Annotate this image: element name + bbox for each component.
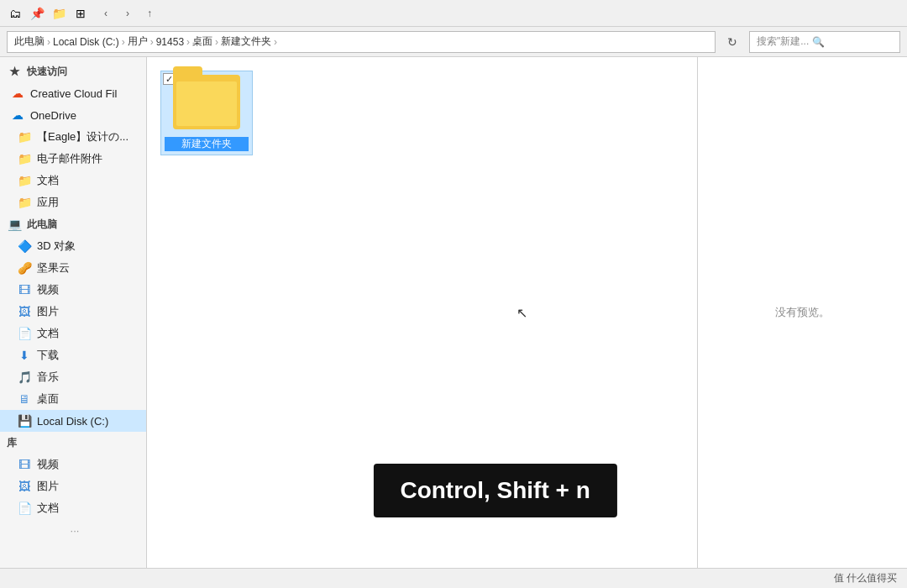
- sidebar: ★ 快速访问 ☁ Creative Cloud Fil ☁ OneDrive 📁…: [0, 57, 147, 568]
- breadcrumb-sep-2: ›: [122, 36, 125, 48]
- videos-icon: 🎞: [17, 282, 32, 297]
- sidebar-item-videos[interactable]: 🎞 视频: [0, 279, 146, 301]
- sidebar-item-onedrive[interactable]: ☁ OneDrive: [0, 104, 146, 126]
- sidebar-more-indicator: ···: [0, 519, 146, 541]
- folder-icon-email: 📁: [17, 151, 32, 166]
- computer-icon: 💻: [7, 217, 22, 232]
- search-bar[interactable]: 搜索"新建... 🔍: [749, 31, 900, 53]
- main-container: ★ 快速访问 ☁ Creative Cloud Fil ☁ OneDrive 📁…: [0, 57, 907, 568]
- folder-icon-apps: 📁: [17, 195, 32, 210]
- titlebar-toolbar: 🗂 📌 📁 ⊞: [7, 5, 89, 22]
- nav-up-button[interactable]: ↑: [139, 3, 160, 24]
- lib-pictures-icon: 🖼: [17, 479, 32, 494]
- search-icon: 🔍: [812, 36, 825, 48]
- toolbar-icon-4[interactable]: ⊞: [72, 5, 89, 22]
- sidebar-item-documents2[interactable]: 📄 文档: [0, 323, 146, 344]
- sidebar-item-pictures[interactable]: 🖼 图片: [0, 301, 146, 323]
- folder-name: 新建文件夹: [165, 137, 249, 151]
- toolbar-icon-1[interactable]: 🗂: [7, 5, 24, 22]
- folder-icon-docs: 📁: [17, 173, 32, 188]
- lib-videos-icon: 🎞: [17, 457, 32, 472]
- sidebar-item-downloads[interactable]: ⬇ 下载: [0, 344, 146, 366]
- nav-buttons: ‹ › ↑: [96, 3, 160, 24]
- breadcrumb-item: 新建文件夹: [221, 34, 271, 49]
- star-icon: ★: [7, 64, 22, 79]
- sidebar-item-email-attachments[interactable]: 📁 电子邮件附件: [0, 148, 146, 170]
- folder-shape: [173, 75, 240, 129]
- breadcrumb-item: 91453: [156, 36, 184, 48]
- breadcrumb-sep-1: ›: [47, 36, 50, 48]
- watermark-text: 值 什么值得买: [834, 571, 897, 585]
- shortcut-text: Control, Shift + n: [400, 477, 590, 503]
- breadcrumb-sep-6: ›: [274, 36, 277, 48]
- folder-item-new[interactable]: ✓ 新建文件夹: [160, 71, 253, 155]
- breadcrumb-item: 用户: [128, 34, 148, 49]
- breadcrumb-item: Local Disk (C:): [53, 36, 119, 48]
- creative-cloud-icon: ☁: [10, 86, 25, 101]
- folder-icon-large: [173, 75, 240, 134]
- breadcrumb-item: 此电脑: [14, 34, 45, 49]
- sidebar-item-lib-documents[interactable]: 📄 文档: [0, 497, 146, 519]
- sidebar-item-creative-cloud[interactable]: ☁ Creative Cloud Fil: [0, 82, 146, 104]
- breadcrumb[interactable]: 此电脑 › Local Disk (C:) › 用户 › 91453 › 桌面 …: [7, 31, 716, 53]
- mouse-cursor: ↖: [516, 305, 527, 321]
- local-disk-icon: 💾: [17, 413, 32, 428]
- breadcrumb-item: 桌面: [192, 34, 212, 49]
- sidebar-item-music[interactable]: 🎵 音乐: [0, 366, 146, 388]
- breadcrumb-sep-5: ›: [215, 36, 218, 48]
- sidebar-item-jianguoyun[interactable]: 🥜 坚果云: [0, 257, 146, 279]
- shortcut-overlay: Control, Shift + n: [373, 464, 616, 517]
- addressbar: 此电脑 › Local Disk (C:) › 用户 › 91453 › 桌面 …: [0, 27, 907, 57]
- 3d-icon: 🔷: [17, 239, 32, 254]
- onedrive-icon: ☁: [10, 108, 25, 123]
- titlebar: 🗂 📌 📁 ⊞ ‹ › ↑: [0, 0, 907, 27]
- refresh-button[interactable]: ↻: [722, 32, 742, 52]
- sidebar-item-local-disk-c[interactable]: 💾 Local Disk (C:): [0, 410, 146, 432]
- sidebar-section-quick-access: ★ 快速访问: [0, 60, 146, 82]
- lib-documents-icon: 📄: [17, 501, 32, 516]
- sidebar-section-this-pc: 💻 此电脑: [0, 213, 146, 235]
- nav-forward-button[interactable]: ›: [118, 3, 138, 24]
- folder-shape-inner: [176, 81, 237, 126]
- music-icon: 🎵: [17, 370, 32, 385]
- folder-icon-eagle: 📁: [17, 129, 32, 144]
- sidebar-item-apps[interactable]: 📁 应用: [0, 192, 146, 213]
- documents-icon: 📄: [17, 326, 32, 341]
- sidebar-item-eagle[interactable]: 📁 【Eagle】设计の...: [0, 126, 146, 148]
- desktop-icon: 🖥: [17, 391, 32, 407]
- sidebar-item-3d-objects[interactable]: 🔷 3D 对象: [0, 235, 146, 257]
- downloads-icon: ⬇: [17, 348, 32, 363]
- breadcrumb-sep-4: ›: [186, 36, 190, 48]
- sidebar-item-desktop[interactable]: 🖥 桌面: [0, 388, 146, 410]
- sidebar-section-libraries: 库: [0, 432, 146, 454]
- sidebar-item-lib-videos[interactable]: 🎞 视频: [0, 454, 146, 475]
- sidebar-wrapper: ★ 快速访问 ☁ Creative Cloud Fil ☁ OneDrive 📁…: [0, 57, 147, 568]
- content-area[interactable]: ✓ 新建文件夹 ↖ Control, Shift + n: [147, 57, 697, 568]
- search-placeholder-text: 搜索"新建...: [757, 34, 809, 49]
- sidebar-item-documents[interactable]: 📁 文档: [0, 170, 146, 192]
- statusbar: 值 什么值得买: [0, 568, 907, 588]
- sidebar-item-lib-pictures[interactable]: 🖼 图片: [0, 475, 146, 497]
- toolbar-icon-3[interactable]: 📁: [50, 5, 67, 22]
- no-preview-text: 没有预览。: [775, 305, 830, 320]
- toolbar-icon-2[interactable]: 📌: [29, 5, 45, 22]
- jianguoyun-icon: 🥜: [17, 260, 32, 276]
- preview-panel: 没有预览。: [697, 57, 907, 568]
- nav-back-button[interactable]: ‹: [96, 3, 116, 24]
- pictures-icon: 🖼: [17, 304, 32, 319]
- breadcrumb-sep-3: ›: [150, 36, 154, 48]
